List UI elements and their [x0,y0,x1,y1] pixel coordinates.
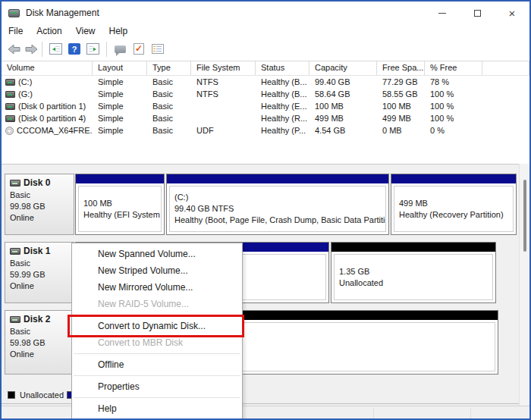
menu-item-offline[interactable]: Offline [72,356,242,373]
disk-1-info[interactable]: Disk 1 Basic 59.99 GB Online [5,242,74,303]
disk-type: Basic [10,190,74,201]
minimize-button[interactable] [425,2,460,24]
menu-item-new-mirrored-volume[interactable]: New Mirrored Volume... [72,279,242,296]
partition-status: Unallocated [339,277,492,289]
partition-size: 99.40 GB NTFS [174,203,385,215]
volume-name: (G:) [18,89,33,99]
menu-file[interactable]: File [2,26,30,36]
toolbar-separator [42,42,42,57]
forward-arrow-icon[interactable] [25,44,38,55]
vertical-scrollbar[interactable] [519,164,529,406]
close-button[interactable]: × [495,2,529,24]
column-header-filesystem[interactable]: File System [191,61,256,75]
menu-item-convert-to-mbr-disk: Convert to MBR Disk [72,334,242,351]
disk-type: Basic [10,326,74,337]
menu-separator [74,397,240,398]
popup-menu-icon[interactable] [115,45,126,53]
cell-fs: NTFS [191,89,256,99]
menu-item-properties[interactable]: Properties [72,378,242,395]
partition-size: 1.35 GB [339,266,492,277]
primary-partition-band [76,174,164,183]
column-header-status[interactable]: Status [256,61,309,75]
cell-free: 499 MB [377,114,425,123]
maximize-button[interactable] [460,2,495,24]
menu-separator [74,353,240,354]
volume-row-cccoma[interactable]: CCCOMA_X64FRE... Simple Basic UDF Health… [2,124,529,136]
cell-status: Healthy (B... [256,89,309,99]
column-header-capacity[interactable]: Capacity [309,61,377,75]
disk-type: Basic [10,258,74,269]
cell-pct: 78 % [425,77,482,86]
disk-context-menu: New Spanned Volume... New Striped Volume… [71,243,243,420]
volume-row-c[interactable]: (C:) Simple Basic NTFS Healthy (B... 99.… [2,76,529,88]
menu-view[interactable]: View [69,26,102,36]
menu-item-new-spanned-volume[interactable]: New Spanned Volume... [72,246,242,262]
disk-0-row: Disk 0 Basic 99.98 GB Online 100 MB Heal… [5,174,74,235]
properties-icon[interactable] [152,44,164,54]
disk-management-app-icon [8,9,20,17]
volume-name: CCCOMA_X64FRE... [17,126,93,135]
volume-table-header: Volume Layout Type File System Status Ca… [2,61,529,76]
column-header-layout[interactable]: Layout [93,61,147,75]
primary-partition-band [167,174,388,183]
check-disk-icon[interactable]: ✓ [134,43,144,55]
partition-status: Healthy (EFI System P [83,209,161,221]
column-header-volume[interactable]: Volume [2,61,93,75]
cell-layout: Simple [93,102,147,111]
partition-disk1-unallocated[interactable]: 1.35 GB Unallocated [331,242,496,303]
cell-type: Basic [147,126,191,135]
menu-action[interactable]: Action [30,26,68,36]
cell-pct: 100 % [425,89,482,99]
menu-item-new-striped-volume[interactable]: New Striped Volume... [72,262,242,279]
cell-free: 100 MB [377,102,425,111]
disk-2-info[interactable]: Disk 2 Basic 59.98 GB Online [5,310,74,375]
cell-type: Basic [147,102,191,111]
statusbar-divider [373,409,374,419]
menu-item-help[interactable]: Help [72,400,242,417]
cell-type: Basic [147,89,191,99]
partition-name: (C:) [174,192,385,203]
cell-status: Healthy (P... [256,126,309,135]
menu-separator [74,315,240,315]
column-header-freespace[interactable]: Free Spa... [377,61,425,75]
cell-capacity: 4.54 GB [309,126,377,135]
unallocated-band [331,243,495,252]
disk-0-info[interactable]: Disk 0 Basic 99.98 GB Online [5,174,74,235]
cell-capacity: 58.64 GB [309,89,377,99]
menu-help[interactable]: Help [102,26,135,36]
cell-layout: Simple [93,126,147,135]
volume-name: (Disk 0 partition 4) [18,114,86,123]
column-header-pctfree[interactable]: % Free [425,61,482,75]
partition-recovery[interactable]: 499 MB Healthy (Recovery Partition) [391,174,517,235]
console-tree-icon[interactable] [49,43,62,55]
cell-status: Healthy (R... [256,114,309,123]
scrollbar-thumb[interactable] [523,180,526,252]
volume-name: (C:) [18,77,32,86]
disk-volume-icon [5,115,15,122]
disk-2-row: Disk 2 Basic 59.98 GB Online [5,310,74,375]
volume-row-g[interactable]: (G:) Simple Basic NTFS Healthy (B... 58.… [2,88,529,100]
volume-row-disk0-part1[interactable]: (Disk 0 partition 1) Simple Basic Health… [2,100,529,112]
cell-status: Healthy (E... [256,102,309,111]
cell-free: 77.29 GB [377,77,425,86]
disk-status: Online [10,349,74,360]
toolbar-separator [106,42,107,57]
disk-size: 99.98 GB [10,201,74,212]
disk-size: 59.99 GB [10,269,74,281]
back-arrow-icon[interactable] [8,44,20,55]
volume-row-disk0-part4[interactable]: (Disk 0 partition 4) Simple Basic Health… [2,112,529,124]
partition-efi[interactable]: 100 MB Healthy (EFI System P [75,174,165,235]
partition-c[interactable]: (C:) 99.40 GB NTFS Healthy (Boot, Page F… [166,174,389,235]
cd-volume-icon [5,127,14,135]
help-icon[interactable]: ? [68,43,80,55]
statusbar-divider [470,409,471,419]
partition-status: Healthy (Boot, Page File, Crash Dump, Ba… [174,215,385,226]
action-pane-icon[interactable] [86,43,99,55]
column-header-type[interactable]: Type [147,61,191,75]
menu-item-convert-to-dynamic-disk[interactable]: Convert to Dynamic Disk... [72,318,242,334]
cell-capacity: 100 MB [309,102,377,111]
cell-type: Basic [147,114,191,123]
cell-fs: NTFS [191,77,256,86]
partition-size: 499 MB [399,198,513,209]
menu-item-new-raid5-volume: New RAID-5 Volume... [72,296,242,312]
